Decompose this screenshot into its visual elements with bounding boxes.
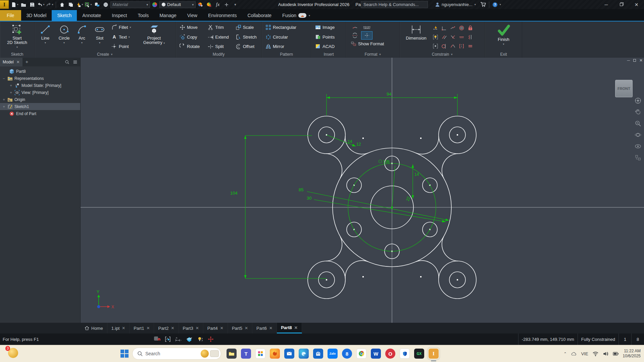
scale-tool[interactable]: Scale <box>234 24 259 31</box>
stretch-tool[interactable]: Stretch <box>234 34 259 41</box>
user-account[interactable]: nguyenvanhie...▾ ? ▾ <box>435 0 501 9</box>
sketch-canvas[interactable]: 94 104 14 12 136 14 85 30 22 Y X FRO <box>81 58 644 323</box>
tree-item-representations[interactable]: − Representations <box>0 75 80 82</box>
doc-tab-part6[interactable]: Part6✕ <box>252 323 277 333</box>
horizontal-constraint-button[interactable] <box>457 33 466 42</box>
color-wheel-icon[interactable] <box>151 1 159 8</box>
circle-tool[interactable]: Circle▾ <box>55 23 73 51</box>
redo-icon[interactable]: ▾ <box>46 1 54 8</box>
doc-tab-part2[interactable]: Part2✕ <box>154 323 179 333</box>
more-tools-icon[interactable] <box>635 154 641 161</box>
material-assign-icon[interactable] <box>93 1 101 8</box>
app-opera-gx[interactable]: GX <box>414 349 424 359</box>
centerline-format-button[interactable] <box>349 31 360 40</box>
fillet-arc[interactable] <box>442 237 458 261</box>
degrees-of-freedom-icon[interactable] <box>207 336 214 343</box>
browser-add-tab-button[interactable]: ＋ <box>22 59 31 65</box>
look-at-icon[interactable] <box>635 143 641 150</box>
tray-app[interactable]: 3 <box>8 348 18 358</box>
panel-label-create[interactable]: Create▼ <box>35 51 176 58</box>
offset-tool[interactable]: Offset <box>234 43 259 50</box>
undo-icon[interactable]: ▾ <box>37 1 45 8</box>
browser-tab-close-icon[interactable]: ✕ <box>16 60 20 64</box>
app-zalo[interactable]: Zalo <box>328 349 338 359</box>
dimension-labels[interactable]: 94 104 14 12 136 14 85 30 22 <box>230 92 419 202</box>
insert-acad-tool[interactable]: ACAD <box>313 43 344 50</box>
mirror-tool[interactable]: Mirror <box>264 43 309 50</box>
add-qat-icon[interactable] <box>222 1 231 8</box>
new-file-icon[interactable]: ▾ <box>11 1 19 8</box>
fillet-arc[interactable] <box>326 154 342 178</box>
panel-label-insert[interactable]: Insert <box>311 51 346 58</box>
tab-manage[interactable]: Manage <box>154 10 182 21</box>
show-format-button[interactable]: Show Format <box>349 40 397 47</box>
ilogic-icon[interactable]: ▾ <box>76 1 84 8</box>
fillet-arc[interactable] <box>416 261 439 278</box>
panel-label-constrain[interactable]: Constrain▼ <box>400 51 485 58</box>
equal-constraint-button[interactable] <box>466 42 475 51</box>
orbit-icon[interactable] <box>635 132 641 138</box>
app-bluezone[interactable]: 8 <box>342 349 352 359</box>
panel-label-format[interactable]: Format▼ <box>346 51 400 58</box>
wifi-icon[interactable] <box>593 351 598 357</box>
minimize-button[interactable]: ─ <box>599 0 614 9</box>
doc-close-icon[interactable]: ✕ <box>639 58 643 63</box>
tree-item-part[interactable]: Part8 <box>0 68 80 75</box>
zoom-icon[interactable] <box>635 120 641 127</box>
expand-icon[interactable]: ＋ <box>9 83 13 88</box>
constraint-settings-button[interactable] <box>431 42 440 51</box>
extend-tool[interactable]: Extend <box>206 34 232 41</box>
dimension-85-line[interactable] <box>307 192 449 220</box>
doc-minimize-icon[interactable]: ─ <box>627 58 630 63</box>
doc-tab-1ipt[interactable]: 1.ipt✕ <box>107 323 130 333</box>
battery-icon[interactable] <box>613 351 618 357</box>
app-edge[interactable] <box>299 349 309 359</box>
trim-tool[interactable]: Trim <box>206 24 232 31</box>
material-dropdown[interactable]: Material▾ <box>110 1 150 8</box>
expand-icon[interactable]: ＋ <box>2 104 6 109</box>
fix-constraint-button[interactable] <box>466 23 475 33</box>
tab-environments[interactable]: Environments <box>203 10 242 21</box>
home-icon[interactable] <box>58 1 66 8</box>
close-tab-icon[interactable]: ✕ <box>171 326 175 330</box>
app-opera[interactable]: O <box>385 349 395 359</box>
coincident-constraint-button[interactable] <box>440 23 448 33</box>
app-teams[interactable]: T <box>241 349 251 359</box>
customize-qat-icon[interactable]: ▼ <box>231 1 239 8</box>
fillet-arc[interactable] <box>326 237 342 261</box>
slot-tool[interactable]: Slot▾ <box>90 23 109 51</box>
taskbar-search[interactable]: Search <box>132 348 221 360</box>
vertical-constraint-button[interactable] <box>466 33 475 42</box>
auto-dimension-button[interactable] <box>431 23 440 33</box>
driven-dimension-button[interactable]: H(x)H <box>361 23 373 31</box>
arc-tool[interactable]: Arc▾ <box>73 23 90 51</box>
show-constraints-button[interactable] <box>431 33 440 42</box>
expand-icon[interactable]: ＋ <box>9 90 13 95</box>
rectangular-pattern-tool[interactable]: Rectangular <box>264 24 309 31</box>
copy-paste-icon[interactable] <box>67 1 75 8</box>
tab-view[interactable]: View <box>182 10 203 21</box>
line-tool[interactable]: Line▾ <box>36 23 55 51</box>
panel-label-pattern[interactable]: Pattern <box>262 51 311 58</box>
dimension-snap-icon[interactable] <box>175 336 182 343</box>
save-icon[interactable] <box>28 1 36 8</box>
onedrive-cloud-icon[interactable] <box>571 351 577 357</box>
tab-sketch[interactable]: Sketch <box>52 10 77 21</box>
doc-tab-home[interactable]: Home <box>81 323 107 333</box>
dimension-button[interactable]: Dimension <box>401 23 431 51</box>
browser-tab-model[interactable]: Model✕ <box>0 58 22 66</box>
tab-3d-model[interactable]: 3D Model <box>21 10 52 21</box>
snap-grid-icon[interactable] <box>154 336 160 343</box>
tree-item-sketch1[interactable]: ＋ Sketch1 <box>0 103 80 110</box>
app-inventor-active[interactable]: I <box>429 349 439 359</box>
leader-line[interactable] <box>392 166 395 207</box>
symmetric-constraint-button[interactable] <box>457 42 466 51</box>
construction-format-button[interactable] <box>349 23 360 31</box>
slice-graphics-icon[interactable] <box>186 336 193 343</box>
help-icon[interactable]: ? <box>492 2 498 7</box>
constraint-inference-icon[interactable] <box>164 336 171 343</box>
doc-restore-icon[interactable] <box>633 59 636 62</box>
smooth-constraint-button[interactable] <box>448 42 457 51</box>
appearance-dropdown[interactable]: Default▾ <box>159 1 196 8</box>
close-tab-icon[interactable]: ✕ <box>294 325 298 330</box>
